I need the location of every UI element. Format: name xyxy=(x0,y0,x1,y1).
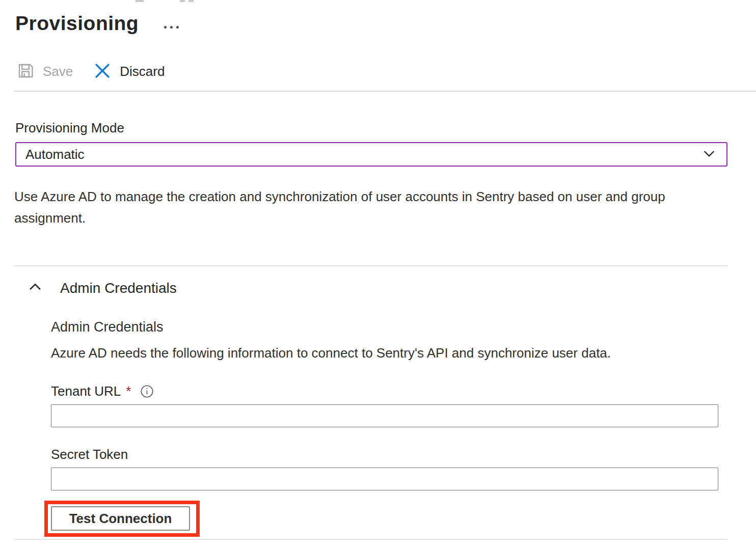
provisioning-mode-description: Use Azure AD to manage the creation and … xyxy=(14,186,680,229)
provisioning-mode-label: Provisioning Mode xyxy=(15,120,756,136)
page-title: Provisioning xyxy=(15,12,139,35)
secret-token-label-row: Secret Token xyxy=(51,447,718,462)
tenant-url-label: Tenant URL xyxy=(51,383,121,399)
chevron-up-icon xyxy=(26,279,44,298)
admin-credentials-section-toggle[interactable]: Admin Credentials xyxy=(26,279,756,298)
clipped-text-artifact xyxy=(180,0,185,2)
discard-x-icon xyxy=(93,62,112,81)
secret-token-label: Secret Token xyxy=(51,447,128,462)
save-button[interactable]: Save xyxy=(16,62,73,81)
more-options-icon[interactable] xyxy=(164,26,179,29)
admin-credentials-body: Admin Credentials Azure AD needs the fol… xyxy=(51,319,718,537)
admin-credentials-section-title: Admin Credentials xyxy=(60,280,177,296)
clipped-text-artifact xyxy=(188,0,194,2)
info-icon[interactable] xyxy=(140,385,154,398)
admin-credentials-description: Azure AD needs the following information… xyxy=(51,345,718,361)
bottom-divider xyxy=(14,539,727,540)
save-icon xyxy=(16,62,35,81)
secret-token-input[interactable] xyxy=(51,468,718,490)
chevron-down-icon xyxy=(701,145,717,163)
red-annotation-highlight: Test Connection xyxy=(44,501,200,537)
title-row: Provisioning xyxy=(0,0,756,35)
discard-label: Discard xyxy=(120,64,165,79)
toolbar-divider xyxy=(14,91,756,92)
command-toolbar: Save Discard xyxy=(16,60,756,83)
section-divider xyxy=(14,265,727,266)
discard-button[interactable]: Discard xyxy=(93,62,165,81)
save-label: Save xyxy=(43,64,73,79)
admin-credentials-subtitle: Admin Credentials xyxy=(51,319,718,335)
tenant-url-input[interactable] xyxy=(51,404,718,427)
provisioning-mode-dropdown[interactable]: Automatic xyxy=(15,142,727,167)
test-connection-button[interactable]: Test Connection xyxy=(51,506,190,531)
provisioning-page: Provisioning Save Discard xyxy=(0,0,756,549)
clipped-text-artifact xyxy=(136,0,144,2)
tenant-url-label-row: Tenant URL * xyxy=(51,383,718,399)
provisioning-mode-value: Automatic xyxy=(25,147,701,162)
required-asterisk: * xyxy=(126,383,131,399)
